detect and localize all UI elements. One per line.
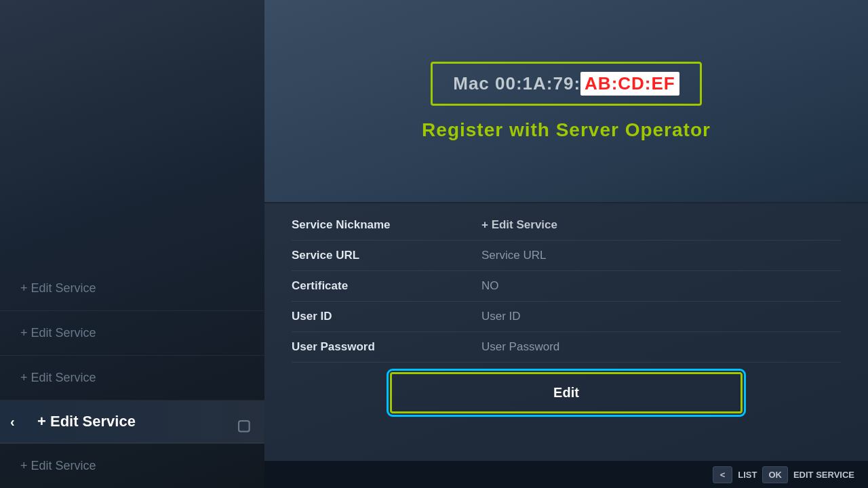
form-label-nickname: Service Nickname [292,218,481,232]
sidebar-item-1[interactable]: + Edit Service [0,266,264,311]
form-row-password: User Password User Password [292,332,841,363]
form-label-url: Service URL [292,249,481,262]
form-label-userid: User ID [292,310,481,323]
form-row-certificate: Certificate NO [292,271,841,302]
top-panel: Mac 00:1A:79: AB:CD:EF Register with Ser… [264,0,868,203]
monitor-icon: ▢ [237,417,251,434]
form-value-url: Service URL [481,249,546,262]
sidebar-item-2[interactable]: + Edit Service [0,311,264,356]
back-arrow-icon[interactable]: ‹ [10,414,15,430]
mac-address-box: Mac 00:1A:79: AB:CD:EF [431,62,702,106]
form-value-nickname: + Edit Service [481,218,557,232]
list-label: LIST [738,470,757,480]
main-layout: + Edit Service + Edit Service + Edit Ser… [0,0,868,488]
sidebar-item-label-5: + Edit Service [20,459,96,472]
sidebar-item-5[interactable]: + Edit Service [0,443,264,488]
form-label-certificate: Certificate [292,279,481,293]
main-content: Mac 00:1A:79: AB:CD:EF Register with Ser… [264,0,868,488]
sidebar: + Edit Service + Edit Service + Edit Ser… [0,0,264,488]
form-row-url: Service URL Service URL [292,241,841,271]
sidebar-item-active[interactable]: ‹ + Edit Service ▢ [0,401,264,443]
mac-suffix: AB:CD:EF [580,72,679,96]
register-text: Register with Server Operator [422,119,711,141]
form-row-userid: User ID User ID [292,302,841,332]
form-value-certificate: NO [481,279,499,293]
form-value-userid: User ID [481,310,521,323]
sidebar-item-label-1: + Edit Service [20,281,96,295]
ok-label: OK [768,470,782,480]
mac-prefix: Mac 00:1A:79: [453,73,580,94]
sidebar-item-3[interactable]: + Edit Service [0,356,264,401]
form-value-password: User Password [481,340,559,354]
sidebar-item-label-2: + Edit Service [20,326,96,340]
edit-button-container: Edit [292,363,841,423]
sidebar-top: + Edit Service + Edit Service + Edit Ser… [0,0,264,401]
action-label: EDIT SERVICE [793,470,854,480]
ok-button[interactable]: OK [762,466,788,483]
edit-button[interactable]: Edit [390,372,743,413]
form-row-nickname: Service Nickname + Edit Service [292,210,841,241]
form-label-password: User Password [292,340,481,354]
chevron-left-icon: < [720,470,726,480]
sidebar-item-label-active: + Edit Service [37,413,136,430]
form-panel: Service Nickname + Edit Service Service … [264,203,868,488]
sidebar-item-label-3: + Edit Service [20,371,96,384]
back-button[interactable]: < [713,466,733,483]
